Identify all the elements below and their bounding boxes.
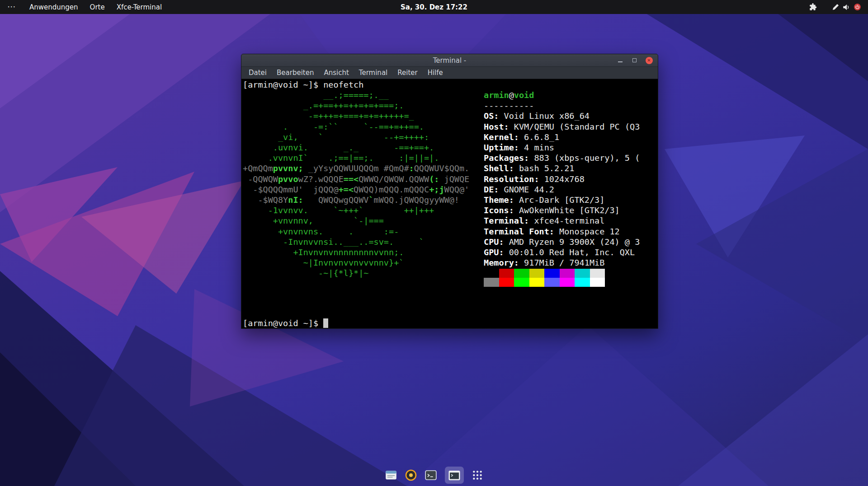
menu-item-ansicht[interactable]: Ansicht [319, 67, 354, 79]
ascii-line: -=+++=+===+=+=+++++=_ [243, 111, 469, 121]
restore-icon [632, 58, 637, 62]
ascii-line: -QQWQWpvvowZ?.wQQQE==<QWWQ/QWQW.QQWW(: j… [243, 174, 469, 184]
ascii-line: .vvnvnI` .;==|==;. :|=||=|. [243, 153, 469, 163]
window-app-icon[interactable] [385, 470, 397, 481]
color-swatch [514, 278, 529, 287]
plugin-icon[interactable] [807, 0, 818, 14]
panel-item-xfce-terminal[interactable]: Xfce-Terminal [111, 0, 168, 14]
ascii-line: _.=+==++=++=+=+===;. [243, 100, 469, 111]
ascii-line: .uvnvi. _._ -==+==+. [243, 142, 469, 153]
window-menubar: DateiBearbeitenAnsichtTerminalReiterHilf… [241, 67, 658, 79]
ascii-line: +Invnvnvnnnnnnnnvvnn;. [243, 247, 469, 257]
color-swatch [544, 278, 560, 287]
show-apps-icon[interactable] [472, 470, 483, 481]
color-swatch [499, 278, 514, 287]
neofetch-info-line: Kernel: 6.6.8_1 [484, 132, 640, 142]
ascii-line: -1vvnvv. `~+++` ++|+++ [243, 205, 469, 215]
neofetch-info-line: Terminal Font: Monospace 12 [484, 226, 640, 237]
bottom-dock [385, 467, 483, 484]
window-title: Terminal - [241, 56, 658, 65]
window-controls: ✕ [616, 56, 658, 64]
color-swatch [529, 278, 545, 287]
ascii-line: +vnvnnv, `-|=== [243, 215, 469, 226]
neofetch-info-lines: OS: Void Linux x86_64Host: KVM/QEMU (Sta… [484, 111, 640, 268]
ascii-line: -$QQQQmmU' jQQQ@+=<QWQQ)mQQQ.mQQQC+;jWQQ… [243, 184, 469, 195]
color-swatch [560, 269, 575, 278]
ascii-line: ~|Invnvnvvnvvvnnv}+` [243, 257, 469, 268]
panel-item-orte[interactable]: Orte [84, 0, 111, 14]
ascii-line: -Invnvvnsi..___..=sv=. ` [243, 237, 469, 247]
panel-tray [807, 0, 868, 14]
color-swatch [499, 269, 514, 278]
neofetch-info-line: Host: KVM/QEMU (Standard PC (Q3 [484, 122, 640, 132]
shell-command: neofetch [323, 80, 363, 89]
color-swatch [484, 278, 499, 287]
ascii-line: +vnvnvns. . :=- [243, 226, 469, 237]
color-swatch [590, 269, 605, 278]
neofetch-ascii-logo: __.;=====;.__ _.=+==++=++=+=+===;. -=+++… [243, 90, 469, 279]
color-swatch [575, 269, 590, 278]
neofetch-info-line: Packages: 883 (xbps-query), 5 ( [484, 153, 640, 163]
color-swatch [575, 278, 590, 287]
ascii-line: -~|{*l}*|~ [243, 268, 469, 278]
restore-button[interactable] [631, 56, 638, 64]
neofetch-host: void [514, 90, 534, 100]
active-app-highlight [445, 467, 464, 484]
neofetch-info-line: Terminal: xfce4-terminal [484, 215, 640, 226]
menu-item-hilfe[interactable]: Hilfe [423, 67, 448, 79]
neofetch-at: @ [509, 90, 514, 100]
ascii-line: __.;=====;.__ [243, 90, 469, 100]
neofetch-user: armin [484, 90, 509, 100]
panel-overflow-icon[interactable]: ⋯ [0, 1, 24, 13]
top-panel: ⋯ AnwendungenOrteXfce-Terminal Sa, 30. D… [0, 0, 868, 14]
media-player-icon[interactable] [405, 469, 417, 481]
terminal-color-palette [484, 269, 640, 287]
menu-item-datei[interactable]: Datei [244, 67, 272, 79]
terminal-current-prompt: [armin@void ~]$ [243, 318, 328, 328]
color-swatch [484, 269, 499, 278]
terminal-cursor [323, 318, 328, 328]
minimize-button[interactable] [616, 56, 624, 64]
terminal-active-app-icon[interactable] [445, 467, 464, 484]
ascii-line: . -=:`` `--==+=++==. [243, 122, 469, 132]
panel-item-anwendungen[interactable]: Anwendungen [24, 0, 84, 14]
panel-menu: AnwendungenOrteXfce-Terminal [24, 0, 168, 14]
minimize-icon [618, 61, 623, 62]
ascii-line: -$WQ8YnI: QWQQwgQQWV`mWQQ.jQWQQgyyWW@! [243, 195, 469, 205]
neofetch-info-line: DE: GNOME 44.2 [484, 184, 640, 195]
neofetch-title: armin@void [484, 90, 640, 100]
terminal-window: Terminal - ✕ DateiBearbeitenAnsichtTermi… [241, 54, 658, 329]
shell-prompt: [armin@void ~]$ [243, 80, 323, 89]
color-swatch [544, 269, 560, 278]
neofetch-info-line: Icons: AwOkenWhite [GTK2/3] [484, 205, 640, 215]
menu-item-bearbeiten[interactable]: Bearbeiten [272, 67, 319, 79]
neofetch-info-line: Shell: bash 5.2.21 [484, 163, 640, 173]
menu-item-reiter[interactable]: Reiter [392, 67, 422, 79]
volume-icon[interactable] [841, 0, 852, 14]
titlebar[interactable]: Terminal - ✕ [241, 54, 658, 67]
neofetch-info-line: CPU: AMD Ryzen 9 3900X (24) @ 3 [484, 237, 640, 247]
color-swatch [590, 278, 605, 287]
ascii-line: _vi, ` --+=++++: [243, 132, 469, 142]
close-button[interactable]: ✕ [645, 56, 653, 64]
neofetch-info-line: Resolution: 1024x768 [484, 174, 640, 184]
ascii-line: +QmQQmpvvnv; _yYsyQQWUUQQQm #QmQ#:QQQWUV… [243, 163, 469, 173]
palette-row-normal [484, 269, 640, 278]
pencil-icon[interactable] [830, 0, 841, 14]
color-swatch [560, 278, 575, 287]
color-swatch [514, 269, 529, 278]
terminal-app-icon[interactable] [425, 470, 437, 481]
menu-item-terminal[interactable]: Terminal [354, 67, 392, 79]
terminal-screen[interactable]: [armin@void ~]$ neofetch __.;=====;.__ _… [241, 79, 658, 328]
shell-prompt: [armin@void ~]$ [243, 318, 323, 328]
panel-clock[interactable]: Sa, 30. Dez 17:22 [401, 3, 467, 11]
neofetch-info-panel: armin@void ---------- OS: Void Linux x86… [484, 90, 640, 287]
power-icon[interactable] [852, 0, 863, 14]
neofetch-info-line: Theme: Arc-Dark [GTK2/3] [484, 195, 640, 205]
neofetch-info-line: Uptime: 4 mins [484, 142, 640, 153]
close-icon: ✕ [646, 57, 653, 64]
color-swatch [529, 269, 545, 278]
neofetch-underline: ---------- [484, 100, 640, 111]
terminal-prompt-line: [armin@void ~]$ neofetch [243, 79, 363, 90]
palette-row-bright [484, 278, 640, 287]
